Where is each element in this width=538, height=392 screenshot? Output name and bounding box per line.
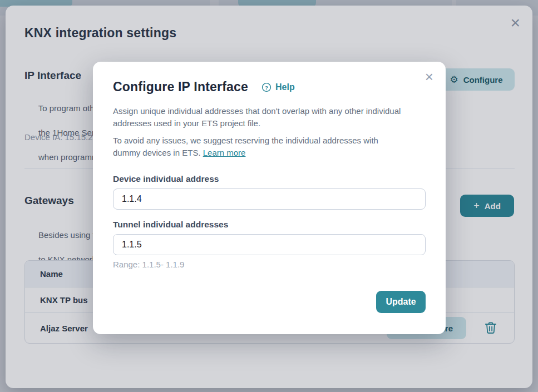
question-circle-icon: ? (261, 82, 272, 92)
device-address-label: Device individual address (113, 174, 219, 184)
tunnel-address-input[interactable] (113, 234, 426, 255)
device-address-input[interactable] (113, 188, 426, 210)
dialog-paragraph-1: Assign unique individual addresses that … (113, 105, 406, 130)
dialog-paragraph-2: To avoid any issues, we suggest reservin… (113, 135, 406, 159)
close-icon[interactable]: × (425, 70, 433, 84)
svg-text:?: ? (265, 84, 268, 90)
tunnel-address-label: Tunnel individual addresses (113, 220, 228, 230)
learn-more-link[interactable]: Learn more (203, 148, 246, 157)
dialog-header: Configure IP Interface ? Help (113, 80, 295, 95)
tunnel-range-helper: Range: 1.1.5- 1.1.9 (113, 260, 184, 269)
screen: KNX integration settings × IP Interface … (0, 0, 538, 392)
update-button[interactable]: Update (376, 291, 426, 313)
help-label: Help (275, 82, 295, 92)
dialog-title: Configure IP Interface (113, 80, 248, 95)
help-link[interactable]: ? Help (261, 82, 295, 92)
configure-ip-dialog: Configure IP Interface ? Help × Assign u… (93, 62, 446, 334)
